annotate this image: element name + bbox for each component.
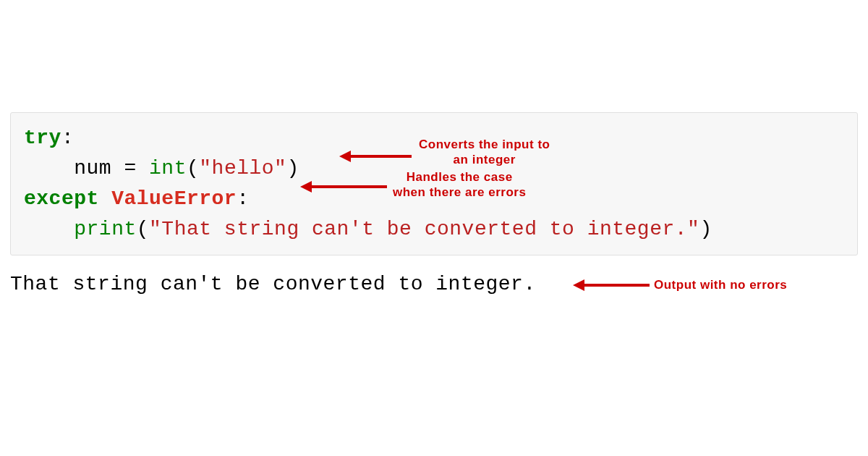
code-block: try: num = int("hello") except ValueErro… [10,112,858,256]
output-block: That string can't be converted to intege… [10,273,858,295]
annotation-handles: Handles the casewhen there are errors [393,169,526,200]
annotation-convert: Converts the input toan integer [419,137,550,168]
annotation-output: Output with no errors [654,277,787,292]
code-line-4: print("That string can't be converted to… [24,214,844,245]
output-text: That string can't be converted to intege… [10,273,536,295]
